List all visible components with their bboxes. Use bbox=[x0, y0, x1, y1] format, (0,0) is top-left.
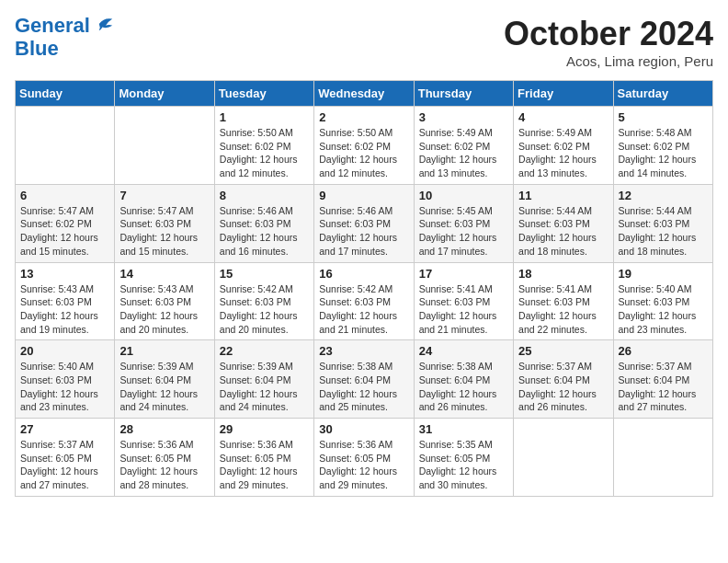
week-row-4: 20Sunrise: 5:40 AM Sunset: 6:03 PM Dayli… bbox=[16, 340, 713, 419]
day-number: 12 bbox=[619, 189, 708, 202]
day-number: 22 bbox=[220, 344, 309, 358]
calendar-cell: 4Sunrise: 5:49 AM Sunset: 6:02 PM Daylig… bbox=[514, 107, 613, 185]
calendar-cell: 15Sunrise: 5:42 AM Sunset: 6:03 PM Dayli… bbox=[214, 262, 313, 340]
day-info: Sunrise: 5:38 AM Sunset: 6:04 PM Dayligh… bbox=[319, 360, 408, 414]
day-info: Sunrise: 5:50 AM Sunset: 6:02 PM Dayligh… bbox=[319, 126, 408, 180]
day-info: Sunrise: 5:42 AM Sunset: 6:03 PM Dayligh… bbox=[319, 282, 408, 337]
day-number: 28 bbox=[119, 422, 209, 436]
calendar-cell: 1Sunrise: 5:50 AM Sunset: 6:02 PM Daylig… bbox=[214, 107, 313, 185]
day-number: 18 bbox=[518, 267, 608, 281]
day-info: Sunrise: 5:50 AM Sunset: 6:02 PM Dayligh… bbox=[220, 126, 309, 180]
day-info: Sunrise: 5:39 AM Sunset: 6:04 PM Dayligh… bbox=[220, 360, 309, 414]
calendar-cell bbox=[16, 107, 115, 185]
day-info: Sunrise: 5:44 AM Sunset: 6:03 PM Dayligh… bbox=[518, 204, 608, 259]
day-info: Sunrise: 5:39 AM Sunset: 6:04 PM Dayligh… bbox=[119, 360, 209, 414]
day-info: Sunrise: 5:37 AM Sunset: 6:04 PM Dayligh… bbox=[518, 360, 608, 414]
calendar-cell: 2Sunrise: 5:50 AM Sunset: 6:02 PM Daylig… bbox=[314, 107, 414, 185]
calendar-cell: 30Sunrise: 5:36 AM Sunset: 6:05 PM Dayli… bbox=[314, 419, 414, 497]
weekday-header-sunday: Sunday bbox=[16, 81, 115, 107]
header: General Blue October 2024 Acos, Lima reg… bbox=[15, 15, 713, 69]
day-number: 11 bbox=[518, 189, 608, 202]
week-row-2: 6Sunrise: 5:47 AM Sunset: 6:02 PM Daylig… bbox=[16, 184, 713, 262]
day-number: 14 bbox=[119, 267, 209, 281]
calendar-cell: 21Sunrise: 5:39 AM Sunset: 6:04 PM Dayli… bbox=[115, 340, 214, 419]
calendar-cell: 26Sunrise: 5:37 AM Sunset: 6:04 PM Dayli… bbox=[613, 340, 712, 419]
calendar-cell: 8Sunrise: 5:46 AM Sunset: 6:03 PM Daylig… bbox=[214, 184, 313, 262]
day-number: 4 bbox=[518, 110, 608, 124]
calendar-cell: 14Sunrise: 5:43 AM Sunset: 6:03 PM Dayli… bbox=[115, 262, 214, 340]
logo-bird-icon bbox=[97, 16, 114, 32]
calendar-cell: 17Sunrise: 5:41 AM Sunset: 6:03 PM Dayli… bbox=[414, 262, 513, 340]
week-row-1: 1Sunrise: 5:50 AM Sunset: 6:02 PM Daylig… bbox=[16, 107, 713, 185]
day-info: Sunrise: 5:37 AM Sunset: 6:05 PM Dayligh… bbox=[20, 438, 109, 492]
day-number: 20 bbox=[20, 344, 109, 358]
calendar-cell: 10Sunrise: 5:45 AM Sunset: 6:03 PM Dayli… bbox=[414, 184, 513, 262]
calendar-cell: 3Sunrise: 5:49 AM Sunset: 6:02 PM Daylig… bbox=[414, 107, 513, 185]
day-info: Sunrise: 5:40 AM Sunset: 6:03 PM Dayligh… bbox=[20, 360, 109, 414]
day-number: 23 bbox=[319, 344, 408, 358]
day-info: Sunrise: 5:47 AM Sunset: 6:02 PM Dayligh… bbox=[20, 204, 109, 259]
calendar-table: SundayMondayTuesdayWednesdayThursdayFrid… bbox=[15, 80, 713, 497]
day-number: 10 bbox=[419, 189, 508, 202]
calendar-cell: 20Sunrise: 5:40 AM Sunset: 6:03 PM Dayli… bbox=[16, 340, 115, 419]
day-info: Sunrise: 5:42 AM Sunset: 6:03 PM Dayligh… bbox=[220, 282, 309, 337]
calendar-cell: 22Sunrise: 5:39 AM Sunset: 6:04 PM Dayli… bbox=[214, 340, 313, 419]
day-number: 29 bbox=[220, 422, 309, 436]
day-info: Sunrise: 5:44 AM Sunset: 6:03 PM Dayligh… bbox=[619, 204, 708, 259]
day-number: 31 bbox=[419, 422, 508, 436]
day-info: Sunrise: 5:36 AM Sunset: 6:05 PM Dayligh… bbox=[220, 438, 309, 492]
day-number: 9 bbox=[319, 189, 408, 202]
day-number: 17 bbox=[419, 267, 508, 281]
day-number: 21 bbox=[119, 344, 209, 358]
calendar-cell: 13Sunrise: 5:43 AM Sunset: 6:03 PM Dayli… bbox=[16, 262, 115, 340]
day-info: Sunrise: 5:45 AM Sunset: 6:03 PM Dayligh… bbox=[419, 204, 508, 259]
calendar-cell: 25Sunrise: 5:37 AM Sunset: 6:04 PM Dayli… bbox=[514, 340, 613, 419]
day-number: 30 bbox=[319, 422, 408, 436]
calendar-cell: 28Sunrise: 5:36 AM Sunset: 6:05 PM Dayli… bbox=[115, 419, 214, 497]
weekday-header-thursday: Thursday bbox=[414, 81, 513, 107]
day-info: Sunrise: 5:43 AM Sunset: 6:03 PM Dayligh… bbox=[119, 282, 209, 337]
day-number: 15 bbox=[220, 267, 309, 281]
day-info: Sunrise: 5:49 AM Sunset: 6:02 PM Dayligh… bbox=[518, 126, 608, 180]
day-info: Sunrise: 5:38 AM Sunset: 6:04 PM Dayligh… bbox=[419, 360, 508, 414]
day-number: 24 bbox=[419, 344, 508, 358]
calendar-cell: 9Sunrise: 5:46 AM Sunset: 6:03 PM Daylig… bbox=[314, 184, 414, 262]
calendar-cell bbox=[613, 419, 712, 497]
day-info: Sunrise: 5:41 AM Sunset: 6:03 PM Dayligh… bbox=[419, 282, 508, 337]
day-info: Sunrise: 5:40 AM Sunset: 6:03 PM Dayligh… bbox=[619, 282, 708, 337]
logo-text: General bbox=[15, 15, 114, 37]
calendar-cell: 5Sunrise: 5:48 AM Sunset: 6:02 PM Daylig… bbox=[613, 107, 712, 185]
day-info: Sunrise: 5:47 AM Sunset: 6:03 PM Dayligh… bbox=[119, 204, 209, 259]
calendar-cell: 12Sunrise: 5:44 AM Sunset: 6:03 PM Dayli… bbox=[613, 184, 712, 262]
calendar-cell: 11Sunrise: 5:44 AM Sunset: 6:03 PM Dayli… bbox=[514, 184, 613, 262]
day-number: 2 bbox=[319, 110, 408, 124]
title-area: October 2024 Acos, Lima region, Peru bbox=[504, 15, 713, 69]
month-title: October 2024 bbox=[504, 15, 713, 53]
calendar-cell: 23Sunrise: 5:38 AM Sunset: 6:04 PM Dayli… bbox=[314, 340, 414, 419]
calendar-cell: 16Sunrise: 5:42 AM Sunset: 6:03 PM Dayli… bbox=[314, 262, 414, 340]
logo-blue: Blue bbox=[15, 37, 114, 61]
day-number: 16 bbox=[319, 267, 408, 281]
day-info: Sunrise: 5:36 AM Sunset: 6:05 PM Dayligh… bbox=[319, 438, 408, 492]
day-number: 7 bbox=[119, 189, 209, 202]
day-number: 19 bbox=[619, 267, 708, 281]
day-number: 26 bbox=[619, 344, 708, 358]
day-info: Sunrise: 5:48 AM Sunset: 6:02 PM Dayligh… bbox=[619, 126, 708, 180]
calendar-cell: 7Sunrise: 5:47 AM Sunset: 6:03 PM Daylig… bbox=[115, 184, 214, 262]
weekday-header-tuesday: Tuesday bbox=[214, 81, 313, 107]
calendar-cell: 19Sunrise: 5:40 AM Sunset: 6:03 PM Dayli… bbox=[613, 262, 712, 340]
day-number: 3 bbox=[419, 110, 508, 124]
calendar-cell: 27Sunrise: 5:37 AM Sunset: 6:05 PM Dayli… bbox=[16, 419, 115, 497]
location: Acos, Lima region, Peru bbox=[504, 53, 713, 69]
day-number: 8 bbox=[220, 189, 309, 202]
weekday-header-friday: Friday bbox=[514, 81, 613, 107]
logo: General Blue bbox=[15, 15, 114, 61]
weekday-header-row: SundayMondayTuesdayWednesdayThursdayFrid… bbox=[16, 81, 713, 107]
day-number: 6 bbox=[20, 189, 109, 202]
day-info: Sunrise: 5:46 AM Sunset: 6:03 PM Dayligh… bbox=[319, 204, 408, 259]
weekday-header-wednesday: Wednesday bbox=[314, 81, 414, 107]
calendar-cell bbox=[514, 419, 613, 497]
day-number: 27 bbox=[20, 422, 109, 436]
day-info: Sunrise: 5:35 AM Sunset: 6:05 PM Dayligh… bbox=[419, 438, 508, 492]
day-info: Sunrise: 5:41 AM Sunset: 6:03 PM Dayligh… bbox=[518, 282, 608, 337]
